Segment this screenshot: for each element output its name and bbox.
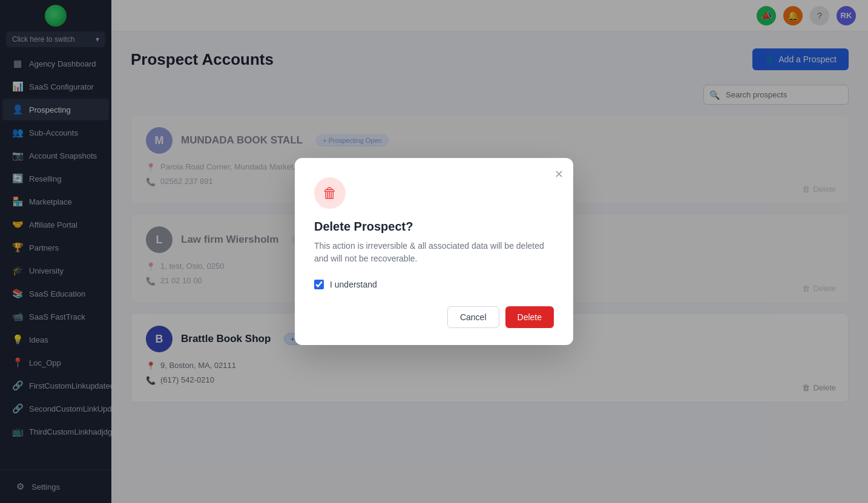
modal-description: This action is irreversible & all associ… <box>314 240 554 265</box>
modal-trash-icon-wrap: 🗑 <box>314 177 346 209</box>
trash-icon: 🗑 <box>323 185 337 202</box>
delete-modal: ✕ 🗑 Delete Prospect? This action is irre… <box>295 158 573 345</box>
understand-checkbox-row: I understand <box>314 280 554 289</box>
understand-label[interactable]: I understand <box>330 280 377 289</box>
modal-close-button[interactable]: ✕ <box>554 168 564 181</box>
modal-overlay: ✕ 🗑 Delete Prospect? This action is irre… <box>0 0 868 503</box>
modal-title: Delete Prospect? <box>314 220 554 234</box>
modal-actions: Cancel Delete <box>314 306 554 328</box>
cancel-button[interactable]: Cancel <box>447 306 499 328</box>
understand-checkbox[interactable] <box>314 280 324 289</box>
delete-confirm-button[interactable]: Delete <box>505 306 554 328</box>
